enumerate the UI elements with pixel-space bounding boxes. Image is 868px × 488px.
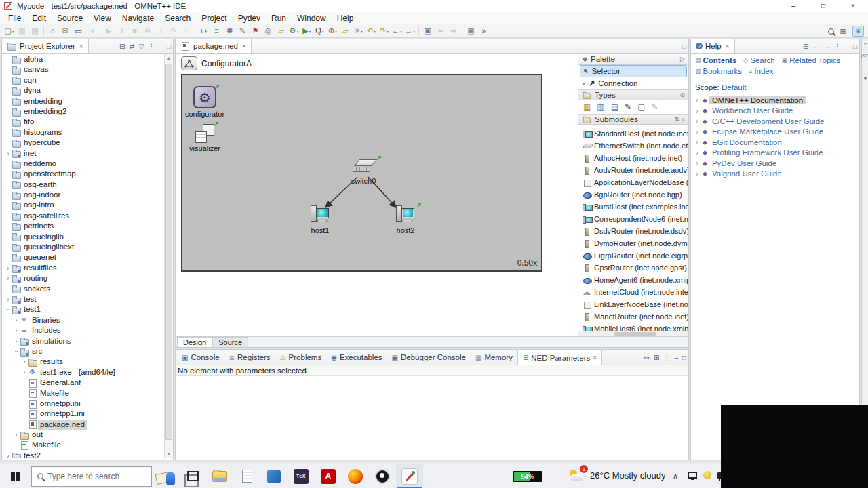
open-type-button[interactable]: ▣ bbox=[465, 25, 477, 37]
submodule-item-applicationlayernodebase[interactable]: ApplicationLayerNodeBase (i... bbox=[578, 176, 688, 188]
pin-icon[interactable]: ⊙ bbox=[679, 92, 685, 98]
console-tab-problems[interactable]: ⚠Problems bbox=[275, 350, 327, 365]
tree-item-petrinets[interactable]: petrinets bbox=[2, 221, 164, 231]
submodule-item-standardhost[interactable]: StandardHost (inet.node.inet) bbox=[578, 127, 688, 140]
expander-icon[interactable]: › bbox=[694, 170, 701, 178]
stop-flag-button[interactable]: ⚑ bbox=[250, 25, 261, 37]
submodule-host2[interactable]: ↗host2 bbox=[384, 205, 427, 235]
tree-item-src[interactable]: ›src bbox=[2, 346, 164, 357]
tree-item-queuenet[interactable]: queuenet bbox=[2, 252, 164, 262]
console-views-button[interactable]: ≡ bbox=[211, 25, 222, 37]
new-wizard-button[interactable]: ▢▾ bbox=[3, 25, 15, 37]
palette-section-submodules[interactable]: Submodules ⇅« bbox=[578, 114, 688, 125]
obs-app-slot[interactable] bbox=[369, 464, 396, 488]
tree-item-routing[interactable]: ›routing bbox=[2, 273, 164, 283]
undo-button[interactable]: ↶▾ bbox=[366, 25, 377, 37]
menu-edit[interactable]: Edit bbox=[26, 12, 52, 24]
submodule-item-mobilehost6[interactable]: MobileHost6 (inet.node.xmip... bbox=[578, 323, 688, 331]
tree-item-binaries[interactable]: ›Binaries bbox=[2, 315, 164, 325]
bookmarks-link[interactable]: ▥Bookmarks bbox=[695, 67, 742, 75]
page-tab-source[interactable]: Source bbox=[212, 337, 248, 347]
redo-button[interactable]: ↷▾ bbox=[378, 25, 390, 37]
tex-app-slot[interactable]: TeX bbox=[288, 464, 315, 488]
palette-section-types[interactable]: Types ⊙ bbox=[578, 89, 688, 100]
close-tab-icon[interactable]: × bbox=[726, 43, 730, 50]
build-all-button[interactable]: ⌂ bbox=[47, 25, 58, 37]
minimize-icon[interactable]: – bbox=[845, 43, 849, 50]
expander-icon[interactable]: › bbox=[694, 149, 701, 157]
tree-item-dyna[interactable]: dyna bbox=[2, 85, 164, 96]
external-tools-button[interactable]: ⊕▾ bbox=[327, 25, 338, 37]
tree-item-package-ned[interactable]: package.ned bbox=[2, 420, 164, 430]
taskbar-search-box[interactable] bbox=[31, 466, 152, 487]
tab-project-explorer[interactable]: Project Explorer × bbox=[2, 39, 89, 53]
editor-area-shortcut-icon[interactable]: e bbox=[864, 41, 867, 45]
open-folder-button[interactable]: ▱ bbox=[275, 25, 287, 37]
run-button[interactable]: ▶▾ bbox=[301, 25, 313, 37]
search-dialog-button[interactable]: ◎ bbox=[262, 25, 274, 37]
help-topic-profiling-framework-user-guide[interactable]: ›◆Profiling Framework User Guide bbox=[691, 148, 859, 159]
tree-item-osg-earth[interactable]: osg-earth bbox=[2, 180, 164, 190]
tree-item-results[interactable]: ›results bbox=[2, 357, 164, 367]
help-topic-c-c-development-user-guide[interactable]: ›◆C/C++ Development User Guide bbox=[691, 116, 859, 127]
console-tab-ned-parameters[interactable]: ⊞NED Parameters× bbox=[517, 350, 602, 365]
menu-run[interactable]: Run bbox=[266, 12, 292, 24]
ned-design-area[interactable]: ConfiguratorA ⚙↗configurato bbox=[176, 54, 578, 337]
tree-item-canvas[interactable]: canvas bbox=[2, 64, 164, 75]
omnetpp-app-slot[interactable] bbox=[396, 464, 423, 488]
taskbar-weather[interactable]: 1 26°C Mostly cloudy bbox=[568, 468, 665, 482]
expander-icon[interactable]: › bbox=[694, 117, 701, 125]
profile-button[interactable]: Q▾ bbox=[314, 25, 326, 37]
menu-window[interactable]: Window bbox=[292, 12, 332, 24]
scroll-lock-icon[interactable]: ↦ bbox=[644, 354, 650, 361]
view-menu-icon[interactable]: ⋮ bbox=[148, 43, 155, 50]
expander-icon[interactable]: › bbox=[21, 357, 28, 367]
scrollbar-thumb[interactable] bbox=[165, 64, 172, 440]
minimize-icon[interactable]: – bbox=[674, 43, 678, 50]
imported-type-icon[interactable]: ▦ bbox=[583, 103, 591, 111]
console-tab-debugger-console[interactable]: ▣Debugger Console bbox=[387, 350, 471, 365]
tree-item-test1-exe-amd64-le[interactable]: ›test1.exe - [amd64/le] bbox=[2, 367, 164, 378]
wizard-button[interactable]: ✱ bbox=[224, 25, 235, 37]
expander-icon[interactable]: › bbox=[694, 107, 701, 115]
compound-module-type-icon[interactable]: ▥ bbox=[597, 103, 604, 111]
close-tab-icon[interactable]: × bbox=[593, 354, 597, 361]
tree-item-queueinglibext[interactable]: queueinglibext bbox=[2, 242, 164, 252]
tab-package-ned[interactable]: package.ned × bbox=[176, 39, 252, 53]
maximize-window-button[interactable]: □ bbox=[808, 0, 838, 12]
new-menu-button[interactable]: ✳▾ bbox=[353, 25, 364, 37]
submodule-configurator[interactable]: ⚙↗configurator bbox=[184, 86, 226, 118]
tree-item-out[interactable]: ›out bbox=[2, 430, 164, 440]
search-icon[interactable] bbox=[828, 28, 834, 35]
menu-file[interactable]: File bbox=[3, 12, 26, 24]
pinned-notes-app-slot[interactable] bbox=[152, 464, 179, 488]
palette-expand-icon[interactable]: ▷ bbox=[680, 56, 685, 62]
last-edit-location-button[interactable]: ▣ bbox=[422, 25, 433, 37]
network-canvas[interactable]: ⚙↗configurator↗visualizer↗switch0host1↗h… bbox=[181, 74, 542, 272]
tree-item-omnetpp-ini[interactable]: omnetpp.ini bbox=[2, 399, 164, 409]
maximize-icon[interactable]: □ bbox=[853, 43, 857, 50]
help-topic-omnet-documentation[interactable]: ›◆OMNeT++ Documentation bbox=[691, 95, 859, 106]
submodule-item-aodvrouter[interactable]: AodvRouter (inet.node.aodv) bbox=[578, 164, 688, 176]
collapse-icon[interactable]: « bbox=[682, 116, 685, 123]
help-topic-workbench-user-guide[interactable]: ›◆Workbench User Guide bbox=[691, 106, 859, 117]
submodule-item-ethernetswitch[interactable]: EthernetSwitch (inet.node.eth... bbox=[578, 140, 688, 152]
maximize-icon[interactable]: □ bbox=[167, 43, 171, 50]
tree-item-cqn[interactable]: cqn bbox=[2, 75, 164, 85]
notepad-app-slot[interactable] bbox=[233, 464, 260, 488]
tree-item-hypercube[interactable]: hypercube bbox=[2, 138, 164, 148]
expander-icon[interactable]: › bbox=[13, 325, 20, 336]
expander-icon[interactable]: › bbox=[694, 128, 701, 136]
console-tab-console[interactable]: ▣Console bbox=[177, 350, 224, 365]
collapse-all-icon[interactable]: ⊟ bbox=[119, 43, 125, 50]
menu-help[interactable]: Help bbox=[332, 12, 359, 24]
open-console-icon[interactable]: ⊞ bbox=[654, 354, 659, 361]
minimize-icon[interactable]: – bbox=[674, 354, 678, 361]
tree-item-test2[interactable]: ›test2 bbox=[2, 451, 164, 458]
tree-item-aloha[interactable]: aloha bbox=[2, 54, 164, 64]
tree-item-makefile[interactable]: Makefile bbox=[2, 440, 164, 450]
expander-icon[interactable]: › bbox=[13, 315, 20, 325]
menu-navigate[interactable]: Navigate bbox=[117, 12, 159, 24]
tree-item-test[interactable]: ›test bbox=[2, 294, 164, 304]
expander-icon[interactable]: › bbox=[21, 367, 28, 378]
